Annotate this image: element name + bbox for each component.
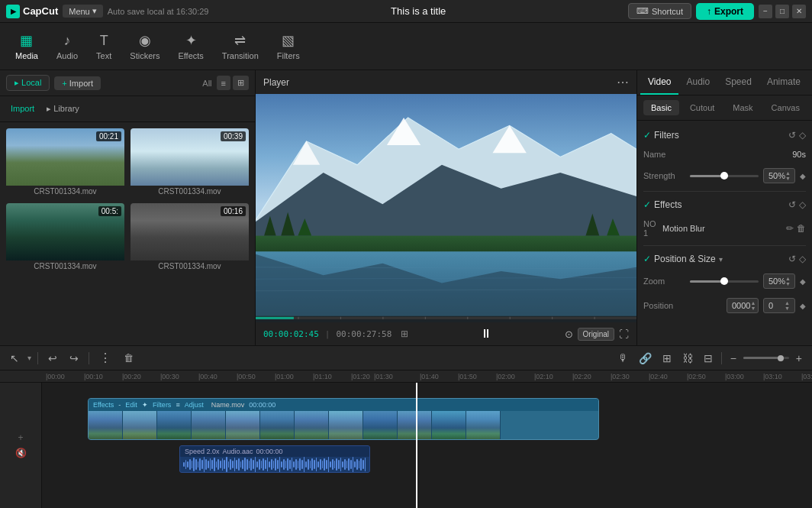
restore-button[interactable]: □ [775, 5, 789, 18]
waveform-bar [350, 460, 352, 469]
tab-adjust[interactable]: Adjust [808, 70, 812, 95]
grid-icon[interactable]: ⊞ [401, 328, 408, 339]
undo-button[interactable]: ↩ [44, 350, 61, 367]
effect-edit-button[interactable]: ✏ [786, 223, 794, 234]
tab-animate[interactable]: Animate [759, 70, 808, 95]
close-button[interactable]: ✕ [792, 5, 806, 18]
sidebar-item-import[interactable]: Import [6, 101, 39, 117]
add-track-icon[interactable]: + [18, 432, 23, 443]
waveform-bar [283, 459, 285, 470]
tab-speed[interactable]: Speed [717, 70, 759, 95]
tool-transition[interactable]: ⇌ Transition [214, 28, 266, 65]
list-item[interactable]: 00:39 CRST001334.mov [130, 128, 249, 197]
waveform-bar [228, 461, 230, 468]
unlink-button[interactable]: ⛓ [678, 350, 697, 367]
plus-icon: + [62, 79, 66, 88]
tool-media[interactable]: ▦ Media [8, 28, 46, 65]
tool-stickers[interactable]: ◉ Stickers [122, 28, 167, 65]
position-reset-button[interactable]: ↺ [788, 254, 796, 264]
fullscreen-preview-icon[interactable]: ⊙ [565, 328, 573, 340]
tool-audio[interactable]: ♪ Audio [49, 28, 85, 65]
media-duration: 00:39 [221, 131, 246, 141]
media-filename: CRST001334.mov [6, 260, 124, 272]
minimize-button[interactable]: − [759, 5, 772, 18]
timeline-zoom-slider[interactable] [743, 357, 789, 359]
local-button[interactable]: ▸ Local [6, 75, 50, 91]
list-view-button[interactable]: ≡ [217, 76, 230, 90]
delete-button[interactable]: 🗑 [120, 350, 137, 366]
menu-button[interactable]: Menu ▾ [63, 5, 103, 18]
waveform-bar [250, 458, 252, 471]
subtab-canvas[interactable]: Canvas [764, 100, 807, 115]
magnet-button[interactable]: ⊞ [659, 350, 675, 367]
effects-check-icon[interactable]: ✓ [643, 199, 651, 210]
position-y-box[interactable]: 0 ▲ ▼ [763, 298, 795, 313]
waveform-bar [299, 458, 301, 471]
svg-rect-23 [425, 317, 426, 319]
position-keyframe-icon[interactable]: ◆ [800, 302, 806, 310]
player-controls: 00:00:02:45 | 00:00:27:58 ⊞ ⏸ ⊙ Original… [256, 322, 636, 345]
keyframe-diamond-icon[interactable]: ◆ [800, 172, 806, 180]
grid-view-button[interactable]: ⊞ [233, 76, 249, 90]
subtab-basic[interactable]: Basic [643, 100, 679, 115]
waveform-bar [198, 461, 199, 468]
waveform-bar [222, 458, 224, 471]
tab-audio[interactable]: Audio [678, 70, 717, 95]
tool-effects[interactable]: ✦ Effects [170, 28, 211, 65]
svg-rect-25 [510, 317, 511, 319]
position-controls: ↺ ◇ [788, 254, 806, 264]
tab-video[interactable]: Video [640, 70, 678, 95]
select-tool-button[interactable]: ↖ [6, 350, 23, 367]
export-button[interactable]: ↑ Export [696, 3, 754, 20]
import-button[interactable]: + Import [54, 76, 101, 90]
filters-check-icon[interactable]: ✓ [643, 130, 651, 141]
audio-header: Speed 2.0x Audio.aac 00:00:00 [180, 446, 369, 457]
zoom-slider-fill [690, 280, 724, 283]
player-menu-button[interactable]: ⋯ [617, 75, 629, 89]
split-button[interactable]: ⋮ [95, 348, 115, 367]
original-badge[interactable]: Original [578, 328, 614, 341]
position-x-box[interactable]: 0000 ▲ ▼ [727, 298, 759, 313]
waveform-bar [189, 459, 191, 470]
subtab-cutout[interactable]: Cutout [682, 100, 722, 115]
position-check-icon[interactable]: ✓ [643, 254, 651, 264]
effect-delete-button[interactable]: 🗑 [797, 223, 806, 234]
strength-slider[interactable] [690, 175, 759, 177]
video-clip[interactable]: Effects - Edit ✦ Filters ≡ Adjust Name.m… [88, 398, 599, 440]
effects-edit-button[interactable]: ◇ [799, 199, 806, 210]
media-filename: CRST001334.mov [130, 186, 249, 197]
subtab-mask[interactable]: Mask [725, 100, 760, 115]
strength-slider-thumb[interactable] [720, 172, 728, 180]
play-pause-button[interactable]: ⏸ [480, 327, 492, 341]
redo-button[interactable]: ↪ [66, 350, 82, 367]
zoom-in-button[interactable]: + [792, 350, 806, 367]
zoom-slider[interactable] [690, 280, 759, 283]
zoom-slider-thumb[interactable] [720, 277, 728, 285]
mute-icon[interactable]: 🔇 [15, 448, 27, 458]
microphone-button[interactable]: 🎙 [614, 350, 632, 366]
position-edit-button[interactable]: ◇ [799, 254, 806, 264]
fullscreen-icon[interactable]: ⛶ [619, 328, 629, 340]
logo: ▶ CapCut [6, 5, 58, 18]
link-audio-button[interactable]: 🔗 [635, 350, 656, 367]
tool-text[interactable]: T Text [89, 28, 119, 65]
filters-edit-button[interactable]: ◇ [799, 130, 806, 141]
audio-track[interactable]: Speed 2.0x Audio.aac 00:00:00 [179, 445, 370, 473]
list-item[interactable]: 00:21 CRST001334.mov [6, 128, 124, 197]
waveform-bar [292, 458, 293, 471]
shortcut-button[interactable]: ⌨ Shortcut [628, 3, 691, 19]
sidebar-item-library[interactable]: ▸ Library [42, 101, 84, 117]
tool-filters[interactable]: ▧ Filters [269, 28, 308, 65]
filters-reset-button[interactable]: ↺ [788, 130, 796, 141]
zoom-slider-thumb[interactable] [778, 355, 784, 361]
playhead[interactable] [416, 383, 417, 508]
waveform-bar [320, 459, 321, 470]
unlink2-button[interactable]: ⊟ [700, 350, 717, 367]
waveform-bar [224, 460, 225, 469]
list-item[interactable]: 00:5: CRST001334.mov [6, 203, 124, 272]
effects-reset-button[interactable]: ↺ [788, 199, 796, 210]
waveform-bar [263, 458, 264, 471]
zoom-keyframe-icon[interactable]: ◆ [800, 277, 806, 286]
list-item[interactable]: 00:16 CRST001334.mov [130, 203, 249, 272]
zoom-out-button[interactable]: − [727, 350, 740, 367]
